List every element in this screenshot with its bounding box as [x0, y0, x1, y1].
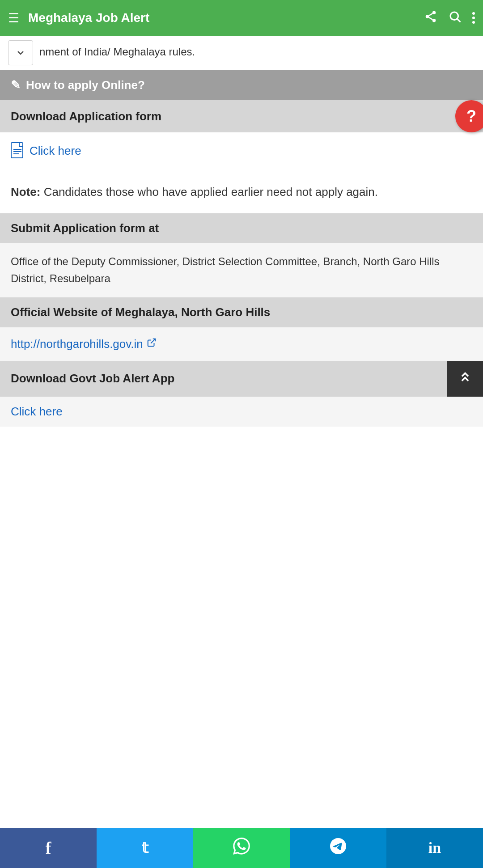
svg-line-3 [429, 17, 433, 19]
note-body: Candidates those who have applied earlie… [40, 185, 378, 199]
note-section: Note: Candidates those who have applied … [0, 171, 483, 213]
search-icon [448, 10, 462, 26]
svg-point-0 [432, 11, 436, 14]
truncated-text: nment of India/ Meghalaya rules. [39, 40, 195, 58]
submit-form-content: Office of the Deputy Commissioner, Distr… [0, 243, 483, 297]
submit-form-label: Submit Application form at [11, 221, 159, 235]
submit-form-header: Submit Application form at [0, 213, 483, 243]
svg-line-11 [151, 339, 155, 343]
pdf-document-icon [11, 142, 25, 159]
how-to-apply-label: How to apply Online? [26, 78, 145, 92]
help-icon: ? [466, 107, 476, 126]
share-icon [424, 10, 437, 26]
click-here-link[interactable]: Click here [11, 142, 81, 159]
app-bar: ☰ Meghalaya Job Alert [0, 0, 483, 36]
svg-point-1 [426, 15, 429, 18]
app-bar-icons [424, 10, 475, 26]
svg-point-5 [450, 12, 458, 20]
edit-icon: ✎ [11, 78, 21, 92]
svg-point-2 [432, 19, 436, 22]
svg-rect-7 [11, 143, 23, 158]
bottom-click-here-text: Click here [11, 405, 63, 419]
bottom-click-here-section: Click here [0, 397, 483, 427]
bottom-click-here-link[interactable]: Click here [11, 405, 63, 419]
svg-line-6 [458, 19, 461, 22]
note-bold-label: Note: [11, 185, 40, 199]
website-url-text: http://northgarohills.gov.in [11, 337, 143, 351]
scroll-top-icon [458, 369, 473, 388]
scroll-top-button[interactable] [447, 361, 483, 397]
app-title: Meghalaya Job Alert [28, 11, 149, 25]
app-bar-left: ☰ Meghalaya Job Alert [8, 11, 149, 25]
svg-line-4 [429, 13, 433, 16]
official-website-link[interactable]: http://northgarohills.gov.in [11, 337, 157, 351]
more-icon [472, 12, 475, 24]
menu-icon: ☰ [8, 11, 19, 25]
download-form-label: Download Application form [11, 110, 161, 123]
chevron-down-button[interactable] [8, 40, 33, 65]
more-button[interactable] [472, 12, 475, 24]
submit-form-address: Office of the Deputy Commissioner, Distr… [11, 255, 440, 284]
download-app-header-row: Download Govt Job Alert App [0, 361, 483, 397]
click-here-section: Click here [0, 132, 483, 171]
official-website-header: Official Website of Meghalaya, North Gar… [0, 297, 483, 327]
share-button[interactable] [424, 10, 437, 26]
official-website-label: Official Website of Meghalaya, North Gar… [11, 305, 270, 319]
help-button[interactable]: ? [455, 100, 483, 132]
menu-button[interactable]: ☰ [8, 11, 19, 25]
download-app-label: Download Govt Job Alert App [11, 372, 174, 385]
download-application-form-row: Download Application form ? [0, 100, 483, 132]
how-to-apply-header: ✎ How to apply Online? [0, 70, 483, 100]
search-button[interactable] [448, 10, 462, 26]
click-here-text: Click here [30, 144, 81, 158]
official-website-section: http://northgarohills.gov.in [0, 327, 483, 361]
truncated-area: nment of India/ Meghalaya rules. [0, 36, 483, 70]
external-link-icon [147, 338, 157, 350]
